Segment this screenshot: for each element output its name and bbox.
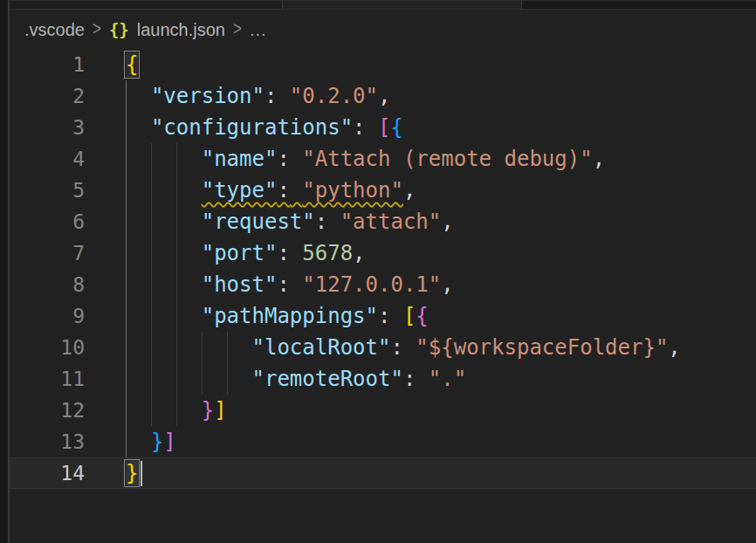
line-number[interactable]: 11 (10, 363, 85, 395)
token (290, 272, 302, 297)
line-number[interactable]: 3 (10, 112, 85, 143)
token: "python" (302, 178, 403, 203)
token: 5678 (302, 241, 353, 265)
code-line[interactable]: 12 }] (10, 395, 756, 426)
token: , (441, 272, 453, 297)
token: : (315, 210, 327, 234)
code-line[interactable]: 3 "configurations": [{ (10, 112, 756, 143)
token: , (668, 335, 680, 360)
code-line[interactable]: 7 "port": 5678, (10, 237, 756, 269)
code-area[interactable]: 1{2 "version": "0.2.0",3 "configurations… (10, 49, 756, 489)
line-number[interactable]: 6 (10, 206, 85, 237)
token: , (353, 241, 365, 265)
token: : (378, 304, 390, 328)
token: , (441, 210, 453, 234)
token: : (277, 178, 289, 203)
token (126, 367, 252, 391)
line-number[interactable]: 14 (10, 457, 85, 489)
warning-squiggle: "type": "python" (202, 178, 403, 203)
line-number[interactable]: 4 (10, 143, 85, 175)
token (390, 304, 402, 328)
token: "0.2.0" (290, 84, 378, 108)
token: "localRoot" (252, 335, 391, 360)
line-number[interactable]: 1 (10, 49, 85, 80)
line-number[interactable]: 9 (10, 300, 85, 332)
token: "request" (202, 210, 315, 234)
token: ] (214, 398, 226, 423)
code-line[interactable]: 9 "pathMappings": [{ (10, 300, 756, 332)
code-content: "version": "0.2.0", (126, 80, 390, 112)
token: [ (378, 115, 390, 140)
tab-strip-segment[interactable] (282, 1, 521, 9)
token (416, 367, 428, 391)
breadcrumb-item-filename[interactable]: launch.json (137, 20, 225, 40)
token: , (403, 178, 416, 203)
token (126, 84, 151, 108)
code-line[interactable]: 14} (10, 457, 756, 489)
code-content: "type": "python", (126, 175, 416, 206)
token: "type" (202, 178, 278, 203)
tab-strip (10, 0, 756, 10)
breadcrumb-item-vscode-folder[interactable]: .vscode (24, 20, 85, 40)
code-line[interactable]: 8 "host": "127.0.0.1", (10, 269, 756, 300)
code-content: }] (126, 426, 176, 457)
token (126, 115, 151, 140)
code-line[interactable]: 5 "type": "python", (10, 175, 756, 206)
token: "configurations" (151, 115, 353, 140)
token (126, 272, 202, 297)
code-content: "localRoot": "${workspaceFolder}", (126, 332, 681, 363)
token (126, 304, 202, 328)
token: "127.0.0.1" (302, 272, 441, 297)
line-number[interactable]: 12 (10, 395, 85, 426)
breadcrumb-item-symbol-ellipsis[interactable]: ... (250, 20, 267, 40)
token (126, 241, 202, 265)
editor-group-left-border (0, 0, 10, 543)
code-content: "port": 5678, (126, 237, 366, 269)
token (126, 398, 202, 423)
token: "port" (202, 241, 278, 265)
token (327, 210, 340, 234)
token: "${workspaceFolder}" (416, 335, 668, 360)
code-content: { (126, 49, 138, 80)
line-number[interactable]: 13 (10, 426, 85, 457)
token: "Attach (remote debug)" (302, 147, 592, 171)
token: : (277, 272, 289, 297)
code-line[interactable]: 1{ (10, 49, 756, 80)
token: "name" (202, 147, 278, 171)
line-number[interactable]: 2 (10, 80, 85, 112)
code-content: }] (126, 395, 227, 426)
line-number[interactable]: 5 (10, 175, 85, 206)
tab-strip-segment[interactable] (10, 1, 282, 9)
code-line[interactable]: 2 "version": "0.2.0", (10, 80, 756, 112)
code-content: "request": "attach", (126, 206, 454, 237)
token: "." (429, 367, 466, 391)
code-line[interactable]: 10 "localRoot": "${workspaceFolder}", (10, 332, 756, 363)
token (126, 430, 151, 454)
token (290, 147, 302, 171)
token: [ (403, 304, 416, 328)
json-braces-icon[interactable]: {} (109, 20, 129, 39)
token: : (403, 367, 416, 391)
line-number[interactable]: 8 (10, 269, 85, 300)
token: "attach" (340, 210, 442, 234)
line-number[interactable]: 7 (10, 237, 85, 269)
code-line[interactable]: 11 "remoteRoot": "." (10, 363, 756, 395)
token: : (277, 147, 289, 171)
code-content: } (126, 457, 138, 489)
token (277, 84, 289, 108)
token (403, 335, 416, 360)
tab-strip-segment[interactable] (521, 1, 756, 9)
code-line[interactable]: 6 "request": "attach", (10, 206, 756, 237)
code-line[interactable]: 13 }] (10, 426, 756, 457)
token: "remoteRoot" (252, 367, 403, 391)
token: , (593, 147, 605, 171)
token (366, 115, 378, 140)
code-line[interactable]: 4 "name": "Attach (remote debug)", (10, 143, 756, 175)
code-content: "configurations": [{ (126, 112, 403, 143)
token: : (277, 241, 289, 265)
token: ] (163, 430, 175, 454)
token: : (390, 335, 402, 360)
token: : (353, 115, 365, 140)
line-number[interactable]: 10 (10, 332, 85, 363)
token (290, 241, 302, 265)
